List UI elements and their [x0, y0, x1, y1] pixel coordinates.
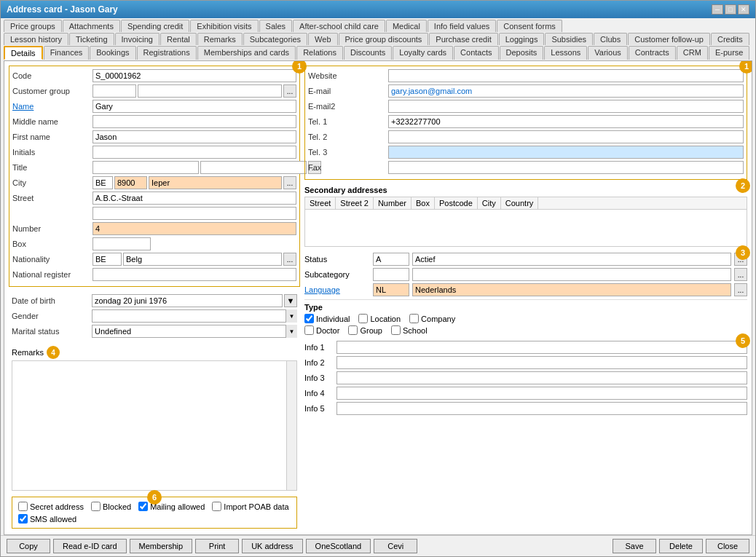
- tab-relations[interactable]: Relations: [296, 46, 343, 60]
- title-name-input[interactable]: [200, 161, 307, 174]
- tel1-input[interactable]: [388, 115, 744, 128]
- info5-input[interactable]: [336, 402, 747, 415]
- tab-medical[interactable]: Medical: [386, 20, 427, 32]
- nationality-name-input[interactable]: [123, 253, 282, 266]
- tel3-input[interactable]: [388, 146, 744, 159]
- subcategory-name-input[interactable]: [412, 268, 731, 281]
- tab-price-group-discounts[interactable]: Price group discounts: [339, 33, 429, 45]
- tab-discounts[interactable]: Discounts: [344, 46, 392, 60]
- code-input[interactable]: [92, 69, 296, 82]
- sa-col-city[interactable]: City: [478, 197, 501, 209]
- info1-input[interactable]: [336, 341, 747, 354]
- tab-contracts[interactable]: Contracts: [629, 46, 676, 60]
- language-browse-button[interactable]: ...: [734, 283, 747, 296]
- nationality-browse-button[interactable]: ...: [283, 253, 296, 266]
- city-zip-input[interactable]: [114, 176, 147, 189]
- sa-col-box[interactable]: Box: [412, 197, 435, 209]
- tab-info-field[interactable]: Info field values: [428, 20, 496, 32]
- doctor-checkbox[interactable]: [304, 325, 314, 335]
- tab-after-school[interactable]: After-school child care: [293, 20, 385, 32]
- box-input[interactable]: [92, 237, 151, 250]
- tab-attachments[interactable]: Attachments: [63, 20, 120, 32]
- tab-loyalty-cards[interactable]: Loyalty cards: [393, 46, 453, 60]
- mailing-allowed-checkbox[interactable]: [138, 502, 148, 511]
- tab-finances[interactable]: Finances: [44, 46, 90, 60]
- tab-clubs[interactable]: Clubs: [594, 33, 627, 45]
- tab-rental[interactable]: Rental: [160, 33, 197, 45]
- tab-invoicing[interactable]: Invoicing: [115, 33, 160, 45]
- remarks-textarea[interactable]: [12, 361, 286, 490]
- tab-exhibition-visits[interactable]: Exhibition visits: [190, 20, 258, 32]
- fax-input[interactable]: [388, 161, 744, 174]
- save-button[interactable]: Save: [613, 539, 656, 553]
- info2-input[interactable]: [336, 356, 747, 369]
- website-input[interactable]: [388, 69, 744, 82]
- uk-address-button[interactable]: UK address: [242, 539, 302, 553]
- city-name-input[interactable]: [149, 176, 282, 189]
- tab-credits[interactable]: Credits: [711, 33, 749, 45]
- close-window-button[interactable]: Close: [706, 539, 749, 553]
- language-code-input[interactable]: [373, 283, 409, 296]
- subcategory-browse-button[interactable]: ...: [734, 268, 747, 281]
- remarks-scrollbar[interactable]: [286, 361, 296, 490]
- status-code-input[interactable]: [373, 253, 409, 266]
- title-code-input[interactable]: [92, 161, 199, 174]
- dob-input[interactable]: [92, 294, 283, 307]
- tab-epurse[interactable]: E-purse: [709, 46, 750, 60]
- language-label[interactable]: Language: [304, 285, 370, 294]
- marital-status-select[interactable]: Undefined Single Married: [92, 325, 297, 338]
- street2-input[interactable]: [92, 207, 296, 220]
- school-checkbox[interactable]: [391, 325, 401, 335]
- tab-customer-followup[interactable]: Customer follow-up: [628, 33, 710, 45]
- sa-col-number[interactable]: Number: [374, 197, 412, 209]
- company-checkbox[interactable]: [409, 314, 419, 323]
- city-country-code-input[interactable]: [92, 176, 113, 189]
- tab-crm[interactable]: CRM: [677, 46, 708, 60]
- blocked-checkbox[interactable]: [91, 502, 101, 511]
- tab-subsidies[interactable]: Subsidies: [545, 33, 593, 45]
- number-input[interactable]: [92, 222, 296, 235]
- nationality-code-input[interactable]: [92, 253, 122, 266]
- delete-button[interactable]: Delete: [659, 539, 703, 553]
- customer-group-code-input[interactable]: [92, 84, 136, 98]
- tab-loggings[interactable]: Loggings: [499, 33, 545, 45]
- restore-button[interactable]: □: [725, 4, 736, 15]
- tab-spending-credit[interactable]: Spending credit: [121, 20, 189, 32]
- tab-ticketing[interactable]: Ticketing: [69, 33, 114, 45]
- import-poab-checkbox[interactable]: [212, 502, 221, 511]
- national-register-input[interactable]: [92, 268, 296, 281]
- sms-allowed-checkbox[interactable]: [18, 514, 28, 524]
- tab-bookings[interactable]: Bookings: [90, 46, 135, 60]
- sa-col-street2[interactable]: Street 2: [336, 197, 374, 209]
- tab-lesson-history[interactable]: Lesson history: [4, 33, 68, 45]
- group-checkbox[interactable]: [348, 325, 358, 335]
- minimize-button[interactable]: ─: [712, 4, 723, 15]
- tab-registrations[interactable]: Registrations: [137, 46, 197, 60]
- email-input[interactable]: [388, 84, 744, 98]
- onescotland-button[interactable]: OneScotland: [306, 539, 371, 553]
- sa-col-country[interactable]: Country: [501, 197, 539, 209]
- tab-remarks[interactable]: Remarks: [197, 33, 243, 45]
- email2-input[interactable]: [388, 100, 744, 113]
- read-eid-button[interactable]: Read e-ID card: [53, 539, 127, 553]
- tab-consent-forms[interactable]: Consent forms: [497, 20, 562, 32]
- middle-name-input[interactable]: [92, 115, 296, 128]
- language-name-input[interactable]: [412, 283, 731, 296]
- tab-lessons[interactable]: Lessons: [544, 46, 587, 60]
- gender-select[interactable]: Male Female: [92, 309, 297, 323]
- close-button[interactable]: ✕: [738, 4, 749, 15]
- membership-button[interactable]: Membership: [130, 539, 193, 553]
- subcategory-code-input[interactable]: [373, 268, 409, 281]
- tab-details[interactable]: Details: [4, 46, 43, 60]
- name-input[interactable]: [92, 100, 296, 113]
- initials-input[interactable]: [92, 146, 296, 159]
- customer-group-name-input[interactable]: [138, 84, 282, 98]
- tab-deposits[interactable]: Deposits: [500, 46, 544, 60]
- info3-input[interactable]: [336, 371, 747, 384]
- tel2-input[interactable]: [388, 130, 744, 143]
- city-browse-button[interactable]: ...: [283, 176, 296, 189]
- secret-address-checkbox[interactable]: [18, 502, 28, 511]
- copy-button[interactable]: Copy: [7, 539, 50, 553]
- cevi-button[interactable]: Cevi: [374, 539, 417, 553]
- tab-sales[interactable]: Sales: [259, 20, 293, 32]
